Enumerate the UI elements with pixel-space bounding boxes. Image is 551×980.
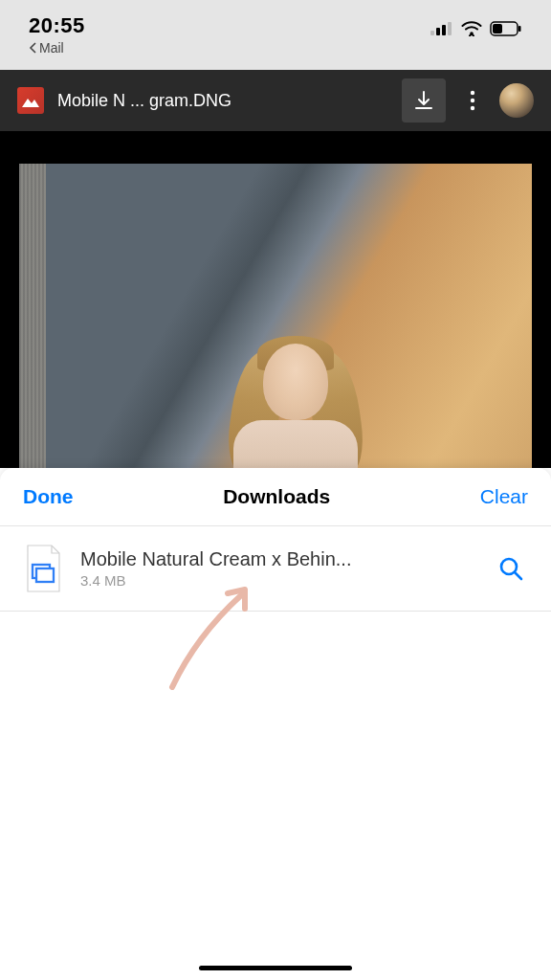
divider (0, 611, 551, 612)
download-item-size: 3.4 MB (80, 572, 476, 589)
battery-icon (490, 21, 522, 36)
avatar[interactable] (499, 83, 534, 118)
status-back-to-app[interactable]: Mail (29, 40, 85, 56)
svg-point-10 (471, 106, 474, 110)
status-bar: 20:55 Mail (0, 0, 551, 70)
done-button[interactable]: Done (23, 485, 74, 508)
file-viewer-header: Mobile N ... gram.DNG (0, 70, 551, 131)
back-caret-icon (29, 42, 37, 54)
home-indicator[interactable] (199, 966, 352, 970)
svg-rect-1 (436, 28, 440, 35)
download-item-info: Mobile Natural Cream x Behin... 3.4 MB (80, 548, 476, 589)
status-left: 20:55 Mail (29, 13, 85, 56)
image-file-type-icon (17, 87, 44, 114)
reveal-in-finder-button[interactable] (494, 551, 528, 586)
wifi-icon (461, 21, 482, 36)
back-label: Mail (39, 40, 64, 56)
svg-line-14 (515, 572, 521, 579)
kebab-menu-icon (470, 90, 475, 111)
sheet-header: Done Downloads Clear (0, 468, 551, 525)
svg-point-9 (471, 99, 474, 102)
curtain-detail (19, 164, 46, 468)
photo-content (19, 164, 532, 468)
svg-point-8 (471, 91, 474, 95)
person-figure (214, 324, 377, 468)
sheet-title: Downloads (223, 485, 330, 508)
status-time: 20:55 (29, 13, 85, 38)
downloads-sheet: Done Downloads Clear Mobile Natural Crea… (0, 468, 551, 980)
image-preview-area[interactable] (0, 164, 551, 468)
svg-rect-3 (448, 22, 452, 35)
more-options-button[interactable] (459, 78, 486, 122)
document-icon (23, 544, 63, 593)
download-item[interactable]: Mobile Natural Cream x Behin... 3.4 MB (0, 526, 551, 611)
svg-rect-7 (518, 26, 521, 32)
download-button[interactable] (402, 78, 446, 122)
clear-button[interactable]: Clear (480, 485, 528, 508)
download-icon (413, 90, 434, 111)
svg-rect-12 (36, 568, 54, 582)
viewer-black-margin (0, 131, 551, 164)
svg-rect-6 (493, 24, 502, 33)
magnifying-glass-icon (497, 555, 524, 582)
svg-rect-0 (430, 31, 434, 35)
cellular-signal-icon (430, 21, 453, 36)
header-filename: Mobile N ... gram.DNG (57, 91, 388, 111)
svg-rect-2 (442, 25, 446, 35)
download-item-name: Mobile Natural Cream x Behin... (80, 548, 476, 570)
svg-point-4 (470, 32, 474, 35)
status-icons (430, 21, 522, 36)
